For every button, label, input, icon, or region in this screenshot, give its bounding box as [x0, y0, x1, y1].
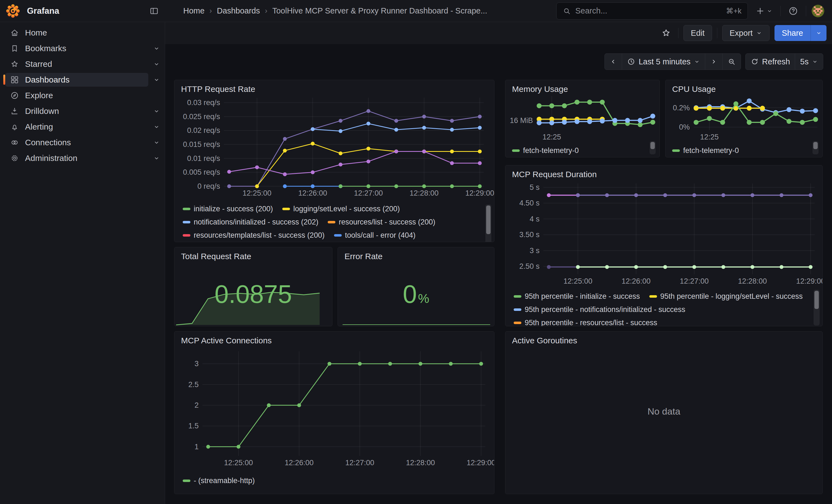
share-dropdown-button[interactable]: [810, 25, 827, 41]
compass-icon: [10, 91, 19, 100]
legend-item[interactable]: - (streamable-http): [183, 477, 255, 485]
legend-scrollbar[interactable]: [812, 141, 818, 154]
brand-title: Grafana: [27, 6, 59, 16]
legend-item[interactable]: tools/call - error (404): [334, 231, 416, 240]
export-button[interactable]: Export: [722, 25, 770, 41]
legend-item[interactable]: resources/templates/list - success (200): [183, 231, 324, 240]
legend-label: - (streamable-http): [194, 477, 255, 485]
time-range-picker[interactable]: Last 5 minutes: [622, 54, 705, 70]
sidebar-link-alerting[interactable]: Alerting: [5, 120, 148, 134]
panel-http-request-rate[interactable]: HTTP Request Rate 0 req/s0.005 req/s0.01…: [174, 80, 494, 242]
breadcrumb-dashboards[interactable]: Dashboards: [217, 6, 260, 16]
legend-item[interactable]: 95th percentile - notifications/initiali…: [514, 306, 685, 314]
time-series-chart[interactable]: [537, 96, 654, 130]
sidebar-link-dashboards[interactable]: Dashboards: [5, 73, 148, 87]
panel-title: Total Request Rate: [181, 252, 251, 261]
sidebar-link-connections[interactable]: Connections: [5, 136, 148, 150]
chevron-down-icon[interactable]: [148, 124, 165, 130]
legend-row: 95th percentile - initialize - success95…: [514, 290, 811, 303]
legend-item[interactable]: fetch-telemetry-0: [672, 147, 739, 155]
time-shift-forward-button[interactable]: [705, 54, 722, 70]
favorite-star-button[interactable]: [659, 26, 673, 40]
nav-left: Grafana: [0, 0, 165, 22]
sidebar-item-alerting: Alerting: [0, 119, 165, 135]
chevron-down-icon[interactable]: [148, 155, 165, 161]
legend-item[interactable]: notifications/initialized - success (202…: [183, 218, 318, 227]
x-axis: 12:25:0012:26:0012:27:0012:28:0012:29:00: [543, 274, 815, 286]
legend-item[interactable]: initialize - success (200): [183, 205, 273, 213]
time-controls: Last 5 minutes Refresh: [604, 53, 823, 70]
chevron-down-icon: [756, 30, 762, 36]
chevron-down-icon: [766, 8, 773, 14]
chart-legend: - (streamable-http): [183, 474, 480, 487]
panel-title: Memory Usage: [512, 84, 568, 94]
sidebar-item-label: Dashboards: [25, 75, 70, 84]
breadcrumb-home[interactable]: Home: [183, 6, 204, 16]
legend-item[interactable]: 95th percentile - initialize - success: [514, 292, 640, 301]
y-axis-tick: 4.50 s: [519, 199, 540, 207]
legend-item[interactable]: logging/setLevel - success (200): [282, 205, 400, 213]
y-axis-tick: 1.5: [188, 422, 199, 430]
edit-button[interactable]: Edit: [683, 25, 712, 41]
panel-mcp-request-duration[interactable]: MCP Request Duration 5 s4.50 s4 s3.50 s3…: [505, 165, 823, 326]
stat-value: 0%: [338, 282, 494, 307]
time-series-chart[interactable]: [543, 184, 815, 274]
legend-row: fetch-telemetry-0: [512, 144, 633, 156]
legend-row: notifications/initialized - success (202…: [183, 215, 480, 229]
panel-memory-usage[interactable]: Memory Usage 16 MiB 12:25 fetch-telemetr…: [505, 80, 660, 157]
legend-swatch: [183, 479, 190, 482]
plus-icon: [755, 6, 765, 16]
time-series-chart[interactable]: [694, 96, 817, 130]
legend-item[interactable]: 95th percentile - resources/list - succe…: [514, 319, 657, 326]
zoom-out-button[interactable]: [722, 54, 740, 70]
legend-scrollbar[interactable]: [650, 141, 656, 154]
user-avatar[interactable]: [812, 5, 824, 17]
search-shortcut: ⌘+k: [726, 7, 742, 16]
sidebar-item-administration: Administration: [0, 150, 165, 166]
panel-mcp-active-connections[interactable]: MCP Active Connections 11.522.53 12:25:0…: [174, 331, 494, 494]
panel-active-goroutines[interactable]: Active Goroutines No data: [505, 331, 823, 494]
y-axis: 0 req/s0.005 req/s0.01 req/s0.015 req/s0…: [180, 98, 224, 186]
legend-scrollbar[interactable]: [485, 205, 491, 242]
legend-swatch: [649, 295, 657, 298]
chevron-down-icon[interactable]: [148, 45, 165, 52]
legend-row: 95th percentile - resources/list - succe…: [514, 316, 811, 326]
sidebar-item-home: Home: [0, 25, 165, 41]
sidebar-link-administration[interactable]: Administration: [5, 151, 148, 165]
chevron-down-icon[interactable]: [148, 139, 165, 146]
panel-title: MCP Request Duration: [512, 170, 597, 179]
sidebar-link-home[interactable]: Home: [5, 26, 148, 39]
sidebar-link-bookmarks[interactable]: Bookmarks: [5, 42, 148, 55]
legend-item[interactable]: 95th percentile - logging/setLevel - suc…: [649, 292, 803, 301]
add-new-button[interactable]: [753, 4, 775, 18]
chart-legend: fetch-telemetry-0: [512, 144, 633, 156]
time-shift-back-button[interactable]: [605, 54, 622, 70]
legend-item[interactable]: fetch-telemetry-0: [512, 147, 579, 155]
search-input[interactable]: Search... ⌘+k: [556, 2, 748, 20]
help-button[interactable]: [786, 4, 800, 18]
share-button[interactable]: Share: [775, 25, 810, 41]
sidebar-item-label: Administration: [25, 154, 77, 163]
refresh-button[interactable]: Refresh: [746, 54, 795, 70]
panel-cpu-usage[interactable]: CPU Usage 0.2%0% 12:25 fetch-telemetry-0: [665, 80, 823, 157]
legend-item[interactable]: resources/list - success (200): [328, 218, 435, 227]
sidebar-link-starred[interactable]: Starred: [5, 57, 148, 71]
time-series-chart[interactable]: [224, 98, 484, 186]
dashboard-canvas: Last 5 minutes Refresh: [165, 44, 832, 504]
panel-total-request-rate[interactable]: Total Request Rate 0.0875: [174, 247, 332, 326]
sidebar-link-explore[interactable]: Explore: [5, 88, 148, 102]
panel-error-rate[interactable]: Error Rate 0%: [338, 247, 494, 326]
chevron-down-icon[interactable]: [148, 108, 165, 114]
legend-swatch: [514, 322, 521, 324]
chevron-down-icon[interactable]: [148, 77, 165, 83]
legend-scrollbar[interactable]: [813, 290, 820, 325]
dock-sidebar-icon[interactable]: [148, 4, 161, 18]
chevron-down-icon[interactable]: [148, 61, 165, 68]
stat-value: 0.0875: [175, 282, 332, 307]
dashboard-subheader: Edit Export Share: [165, 22, 832, 44]
refresh-interval-picker[interactable]: 5s: [795, 54, 823, 70]
sidebar-link-drilldown[interactable]: Drilldown: [5, 104, 148, 118]
grafana-logo-icon[interactable]: [6, 4, 20, 18]
sidebar-item-connections: Connections: [0, 135, 165, 150]
time-series-chart[interactable]: [203, 351, 485, 456]
